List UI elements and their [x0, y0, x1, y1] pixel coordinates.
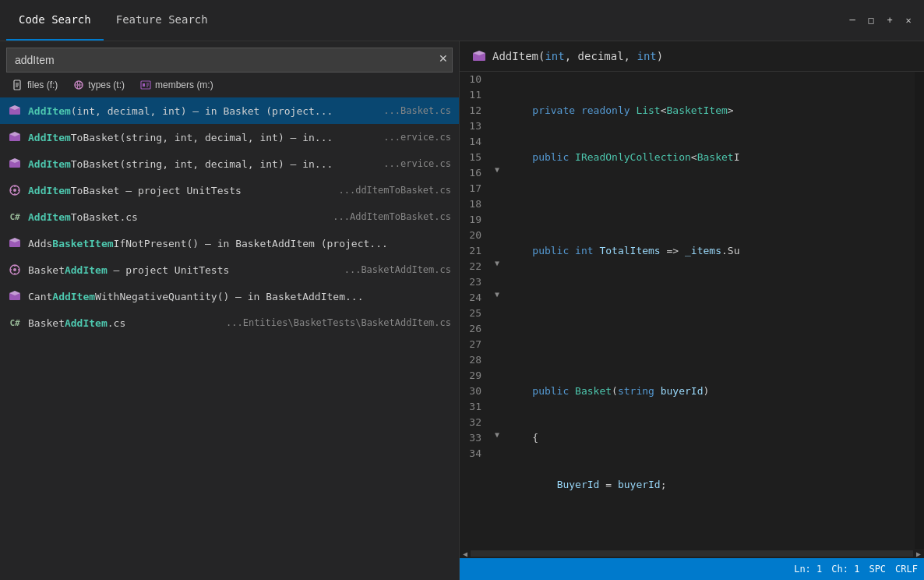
code-line-10: private readonly List<BasketItem>	[508, 103, 902, 118]
result-text: AddItem(int, decimal, int) — in Basket (…	[28, 105, 374, 117]
left-panel: ✕ files (f:)	[0, 41, 460, 580]
param-int-1: int	[545, 50, 564, 62]
member-icon	[140, 80, 151, 90]
tab-code-search-label: Code Search	[19, 13, 91, 26]
code-content: 10 11 12 13 14 15 16 17 18 19 20 21 22 2…	[460, 72, 924, 549]
file-icon	[12, 80, 23, 90]
code-line-14	[508, 290, 902, 306]
result-path: ...Basket.cs	[383, 105, 451, 116]
filter-types-label: types (t:)	[88, 80, 125, 90]
status-ln: Ln: 1	[794, 564, 822, 575]
result-item[interactable]: CantAddItemWithNegativeQuantity() — in B…	[0, 283, 459, 309]
status-ch: Ch: 1	[831, 564, 859, 575]
code-line-13: public int TotalItems => _items.Su	[508, 243, 902, 259]
window-controls: ─ □ + ✕	[846, 0, 918, 41]
scrollbar-track[interactable]	[471, 550, 913, 557]
line-numbers: 10 11 12 13 14 15 16 17 18 19 20 21 22 2…	[460, 72, 491, 549]
csharp-icon: C#	[8, 316, 22, 330]
result-item[interactable]: AddItemToBasket(string, int, decimal, in…	[0, 124, 459, 150]
close-button[interactable]: ✕	[902, 16, 915, 25]
result-item[interactable]: AddItem(int, decimal, int) — in Basket (…	[0, 97, 459, 124]
result-item[interactable]: AddItemToBasket — project UnitTests ...d…	[0, 177, 459, 203]
right-panel: AddItem(int, decimal, int) 10 11 12 13 1…	[460, 41, 924, 580]
scroll-left-button[interactable]: ◀	[460, 549, 471, 558]
result-item[interactable]: C# AddItemToBasket.cs ...AddItemToBasket…	[0, 203, 459, 230]
code-line-15	[508, 337, 902, 352]
fold-icon-33[interactable]: ▼	[491, 430, 503, 439]
result-text: AddItemToBasket(string, int, decimal, in…	[28, 158, 374, 170]
code-line-16: public Basket(string buyerId)	[508, 384, 902, 399]
tab-feature-search-label: Feature Search	[116, 13, 208, 26]
cube-purple-icon	[8, 157, 22, 171]
result-text: BasketAddItem.cs	[28, 317, 217, 329]
result-item[interactable]: C# BasketAddItem.cs ...Entities\BasketTe…	[0, 309, 459, 336]
filter-types-button[interactable]: types (t:)	[67, 77, 131, 93]
filter-members-label: members (m:)	[155, 80, 213, 90]
status-bar-right: Ln: 1 Ch: 1 SPC CRLF	[794, 564, 918, 575]
code-area[interactable]: 10 11 12 13 14 15 16 17 18 19 20 21 22 2…	[460, 72, 924, 549]
code-line-19	[508, 524, 902, 539]
search-input[interactable]	[6, 48, 453, 72]
param-int-2: int	[637, 50, 656, 62]
result-path: ...BasketAddItem.cs	[344, 264, 451, 275]
bottom-scrollbar: ◀ ▶	[460, 549, 924, 558]
svg-point-26	[13, 268, 16, 271]
tab-spacer	[220, 0, 846, 41]
cube-purple-icon	[8, 130, 22, 144]
status-bar: Ln: 1 Ch: 1 SPC CRLF	[460, 558, 924, 580]
cube-purple-icon	[8, 236, 22, 250]
code-header-title: AddItem(int, decimal, int)	[492, 50, 663, 62]
scroll-right-button[interactable]: ▶	[913, 549, 924, 558]
minimize-button[interactable]: ─	[846, 16, 859, 25]
status-eol: CRLF	[895, 564, 918, 575]
tab-bar: Code Search Feature Search ─ □ + ✕	[0, 0, 924, 41]
fold-icon-24[interactable]: ▼	[491, 290, 503, 299]
tab-feature-search[interactable]: Feature Search	[104, 0, 220, 41]
search-box-container: ✕	[0, 41, 459, 72]
csharp-icon: C#	[8, 210, 22, 224]
status-enc: SPC	[869, 564, 886, 575]
result-path: ...AddItemToBasket.cs	[333, 211, 451, 222]
code-area-wrapper: 10 11 12 13 14 15 16 17 18 19 20 21 22 2…	[460, 72, 924, 549]
search-clear-button[interactable]: ✕	[439, 52, 448, 65]
result-text: CantAddItemWithNegativeQuantity() — in B…	[28, 291, 442, 302]
result-text: AddsBasketItemIfNotPresent() — in Basket…	[28, 238, 442, 249]
result-item[interactable]: BasketAddItem — project UnitTests ...Bas…	[0, 256, 459, 283]
svg-rect-7	[143, 83, 145, 87]
minimap	[915, 72, 924, 549]
main-area: ✕ files (f:)	[0, 41, 924, 580]
filter-files-button[interactable]: files (f:)	[6, 77, 64, 93]
svg-rect-6	[141, 81, 150, 89]
result-path: ...Entities\BasketTests\BasketAddItem.cs	[226, 317, 451, 328]
pin-button[interactable]: +	[883, 16, 896, 25]
restore-button[interactable]: □	[865, 16, 877, 25]
result-text: AddItemToBasket — project UnitTests	[28, 185, 330, 196]
code-lines: private readonly List<BasketItem> public…	[505, 72, 915, 549]
result-path: ...ddItemToBasket.cs	[339, 185, 452, 196]
tab-code-search[interactable]: Code Search	[6, 0, 104, 41]
result-text: BasketAddItem — project UnitTests	[28, 264, 335, 276]
filter-bar: files (f:) types (t:)	[0, 72, 459, 97]
namespace-icon	[472, 49, 486, 63]
svg-point-18	[13, 189, 16, 192]
cube-purple-icon	[8, 289, 22, 303]
result-text: AddItemToBasket.cs	[28, 211, 323, 223]
result-text: AddItemToBasket(string, int, decimal, in…	[28, 132, 374, 143]
code-line-12	[508, 196, 902, 212]
filter-files-label: files (f:)	[27, 80, 58, 90]
gear-purple-icon	[8, 263, 22, 277]
code-line-17: {	[508, 430, 902, 446]
code-line-18: BuyerId = buyerId;	[508, 477, 902, 493]
fold-icon-16[interactable]: ▼	[491, 165, 503, 174]
result-item[interactable]: AddItemToBasket(string, int, decimal, in…	[0, 150, 459, 177]
result-path: ...ervice.cs	[383, 158, 451, 169]
gear-purple-icon	[8, 183, 22, 197]
filter-members-button[interactable]: members (m:)	[134, 77, 220, 93]
cube-purple-icon	[8, 104, 22, 118]
gutter: ▼ ▼ ▼ ▼	[491, 72, 505, 549]
fold-icon-22[interactable]: ▼	[491, 259, 503, 267]
type-icon	[73, 80, 84, 90]
code-header: AddItem(int, decimal, int)	[460, 41, 924, 72]
result-item[interactable]: AddsBasketItemIfNotPresent() — in Basket…	[0, 230, 459, 256]
code-line-11: public IReadOnlyCollection<BasketI	[508, 150, 902, 165]
